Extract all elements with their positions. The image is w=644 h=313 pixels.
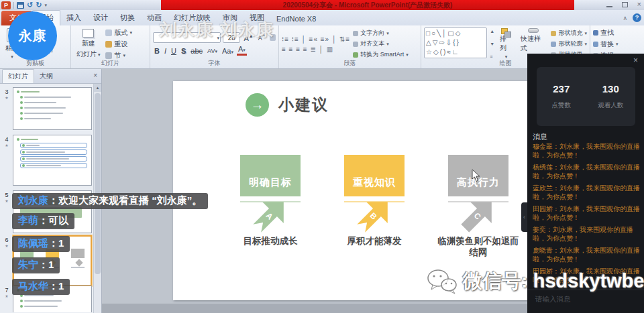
underline-button[interactable]: U [170, 47, 178, 55]
arrange-icon [501, 28, 512, 33]
slide-canvas[interactable]: → 小建议 明确目标 重视知识 高执行力 A B C 目标推动成长 厚积才能薄发… [173, 81, 530, 300]
caption-1[interactable]: 目标推动成长 [229, 235, 311, 247]
caption-3[interactable]: 临渊羡鱼则不如退而结网 [437, 235, 519, 258]
replace-button[interactable]: 替换▾ [593, 40, 619, 49]
redo-icon[interactable]: ↻ [36, 1, 42, 9]
text-direction-button[interactable]: 文字方向▾ [353, 29, 409, 38]
arrow-shape-c[interactable]: C [451, 188, 504, 241]
animation-star-icon: ★ [2, 243, 11, 248]
quick-styles-icon [528, 28, 539, 33]
section-icon [105, 52, 112, 59]
live-panel-close-icon[interactable]: × [633, 56, 638, 65]
message-item: 杨绣莲：刘永康，我来围观你的直播啦，为你点赞！ [533, 164, 641, 180]
find-icon [593, 30, 598, 36]
messages-header: 消息 [533, 132, 547, 142]
group-paragraph: ⁝≡ ⁝≡ │ ≡« ≡» │ ⇅≡ ≡ ≡ ≡ ≡ ≣ │ ▥ 文字方向▾ 对… [279, 25, 421, 68]
font-color-button[interactable]: A▾ [237, 46, 247, 56]
reset-icon [105, 41, 112, 48]
viewers-count: 130 [602, 83, 619, 95]
mouse-cursor [472, 169, 481, 184]
tab-endnote[interactable]: EndNote X8 [270, 13, 322, 25]
chat-bubble: 陈佩瑶：1 [12, 236, 70, 252]
chat-bubble: 朱宁：1 [12, 257, 60, 273]
viewers-label: 观看人数 [598, 101, 623, 110]
arrow-shape-b[interactable]: B [347, 188, 400, 241]
shape-outline-icon [551, 42, 556, 47]
scroll-up-icon[interactable]: ▲ [94, 84, 101, 92]
tab-insert[interactable]: 插入 [60, 11, 87, 25]
qat-dropdown-icon[interactable]: ▾ [44, 3, 47, 8]
arrow-shape-a[interactable]: A [244, 188, 297, 241]
shape-fill-button[interactable]: 形状填充▾ [551, 29, 587, 38]
messages-list[interactable]: 穆金翠：刘永康，我来围观你的直播啦，为你点赞！ 杨绣莲：刘永康，我来围观你的直播… [533, 143, 641, 288]
shadow-button[interactable]: S [180, 47, 187, 55]
animation-star-icon: ★ [2, 143, 11, 147]
smartart-button[interactable]: 转换为 SmartArt▾ [353, 50, 409, 59]
animation-star-icon: ★ [2, 95, 11, 100]
panel-close-icon[interactable]: × [93, 72, 97, 79]
animation-star-icon: ★ [2, 294, 11, 298]
align-buttons[interactable]: ≡ ≡ ≡ ≡ ≣ │ ▥ [282, 46, 350, 53]
caption-2[interactable]: 厚积才能薄发 [333, 235, 415, 247]
list-indent-buttons[interactable]: ⁝≡ ⁝≡ │ ≡« ≡» │ ⇅≡ [282, 36, 350, 43]
powerpoint-icon: P [1, 1, 11, 9]
close-button[interactable]: × [637, 1, 641, 8]
live-stats-card: 237 点赞数 130 观看人数 [537, 67, 635, 126]
scrollbar-thumb[interactable] [95, 93, 101, 274]
wechat-icon [427, 269, 458, 294]
minimize-ribbon-icon[interactable]: ∧ [623, 15, 627, 21]
message-item: 庞晓青：刘永康，我来围观你的直播啦，为你点赞！ [533, 247, 641, 263]
divider [13, 2, 14, 9]
slide-title[interactable]: 小建议 [278, 95, 329, 115]
align-text-button[interactable]: 对齐文本▾ [353, 40, 409, 48]
arrange-button[interactable]: 排列▾ [497, 27, 515, 60]
new-slide-button[interactable]: 新建 幻灯片 ▾ [74, 27, 103, 60]
title-bar: P ↺ ↻ ▾ 20200504分享会 - Microsoft PowerPoi… [0, 0, 644, 10]
strikethrough-button[interactable]: abc [189, 47, 204, 55]
message-item: 穆金翠：刘永康，我来围观你的直播啦，为你点赞！ [533, 143, 641, 160]
tab-slides-thumbnails[interactable]: 幻灯片 [2, 69, 34, 83]
message-item: 蓝欣兰：刘永康，我来围观你的直播啦，为你点赞！ [533, 184, 641, 201]
title-arrow-icon: → [246, 93, 269, 117]
bold-button[interactable]: B [153, 47, 161, 55]
char-spacing-button[interactable]: AV▾ [206, 48, 219, 54]
restore-button[interactable] [622, 2, 628, 7]
animation-star-icon: ★ [2, 198, 11, 203]
help-icon[interactable]: ? [633, 13, 641, 22]
undo-icon[interactable]: ↺ [27, 1, 33, 9]
shape-outline-button[interactable]: 形状轮廓▾ [551, 40, 587, 48]
reset-button[interactable]: 重设 [105, 40, 132, 49]
new-slide-icon [83, 29, 94, 38]
group-slides: 新建 幻灯片 ▾ 版式▾ 重设 节▾ 幻灯片 [71, 25, 150, 68]
change-case-button[interactable]: Aa▾ [221, 47, 235, 55]
name-watermark: 刘永康 刘永康 [160, 19, 274, 41]
layout-button[interactable]: 版式▾ [105, 28, 132, 38]
find-button[interactable]: 查找 [593, 28, 619, 38]
smartart-icon [353, 52, 358, 58]
window-title: 20200504分享会 - Microsoft PowerPoint(产品激活失… [161, 0, 574, 10]
text-direction-icon [353, 31, 358, 36]
chat-bubble: 李萌：可以 [12, 213, 74, 229]
likes-count: 237 [553, 83, 570, 95]
tab-outline[interactable]: 大纲 [34, 70, 58, 83]
shapes-gallery-scroll[interactable]: ▲▼≡ [490, 27, 494, 60]
italic-button[interactable]: I [163, 47, 168, 55]
tab-design[interactable]: 设计 [87, 11, 114, 25]
panel-collapse-handle[interactable]: ‹ [521, 202, 527, 232]
likes-label: 点赞数 [552, 101, 572, 110]
message-item: 姜奕：刘永康，我来围观你的直播啦，为你点赞！ [533, 226, 641, 243]
replace-icon [593, 42, 598, 47]
minimize-button[interactable] [606, 6, 612, 7]
slides-panel: 幻灯片 大纲 × ▲ 3★ 4★ 5★ [0, 69, 102, 313]
wechat-watermark: 微信号: hsdskytwbest [427, 268, 644, 295]
tab-transitions[interactable]: 切换 [114, 11, 141, 25]
shape-fill-icon [551, 31, 556, 36]
save-icon[interactable] [17, 2, 24, 9]
message-item: 田园娇：刘永康，我来围观你的直播啦，为你点赞！ [533, 205, 641, 222]
chat-bubble: 刘永康：欢迎大家来观看直播 “刘永康”。 [12, 193, 208, 209]
align-text-icon [353, 42, 358, 47]
ribbon-tab-row: 文件 开始 插入 设计 切换 动画 幻灯片放映 审阅 视图 EndNote X8… [0, 10, 644, 25]
streamer-avatar[interactable]: 永康 [8, 11, 57, 60]
shapes-gallery[interactable]: □○╲│▢◇ △▽⇨⇩{} ☆◇()≈∟ [424, 27, 487, 58]
quick-access-toolbar: P ↺ ↻ ▾ [1, 1, 47, 9]
